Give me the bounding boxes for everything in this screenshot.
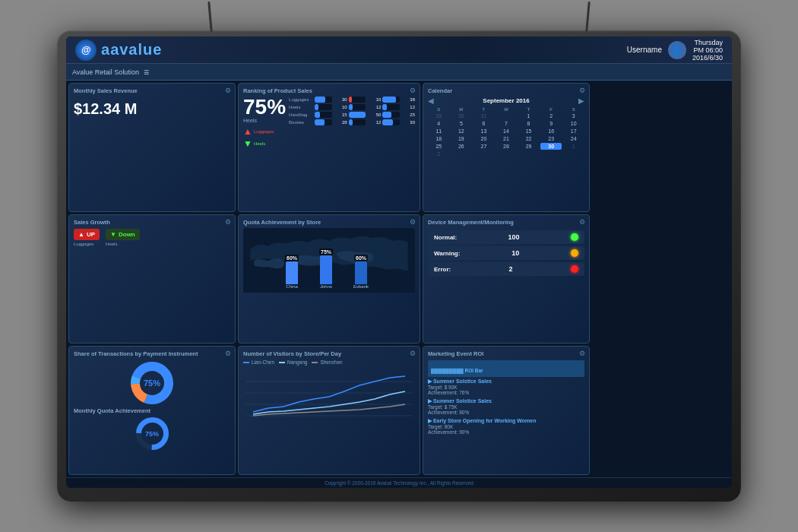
quota-store-title: Quota Achievement by Store <box>243 219 415 226</box>
roi-event-1-target: Target: $ 90K <box>428 385 584 390</box>
roi-event-1-achievement: Achievement: 76% <box>428 390 584 395</box>
widget-product-ranking: Ranking of Product Sales ⚙ 75% Heels ▲ L… <box>238 83 420 212</box>
cal-grid: S M T W T F S 29 30 31 1 2 3 4 5 6 <box>428 107 584 157</box>
widget-share-transactions: Share of Transactions by Payment Instrum… <box>68 346 236 475</box>
donut-label: 75% <box>144 378 160 388</box>
roi-event-2-target: Target: $ 75K <box>428 404 584 410</box>
screen: @ aavalue Username 👤 Thursday PM 06:00 2… <box>66 36 732 488</box>
quota-marker-china: 60% China <box>285 255 299 289</box>
device-mgmt-title: Device Management/Monitoring <box>428 219 584 226</box>
antenna-right <box>585 2 590 32</box>
marketing-roi-gear-icon[interactable]: ⚙ <box>579 350 585 357</box>
roi-event-1: ▓▓▓▓▓▓▓▓▓ ROI Bar ▶ Summer Solstice Sale… <box>428 360 584 395</box>
marketing-events: ▓▓▓▓▓▓▓▓▓ ROI Bar ▶ Summer Solstice Sale… <box>428 360 584 435</box>
visitors-gear-icon[interactable]: ⚙ <box>410 350 416 357</box>
monthly-quota-title: Monthly Quota Achievement <box>74 407 230 414</box>
world-map-area: 60% China 75% Johns 60% Evbank <box>243 228 415 293</box>
growth-indicators: ▲ UP Luggages ▼ Down Heels <box>74 229 230 246</box>
ranking-content: 75% Heels ▲ Luggages ▼ Heels <box>243 97 415 149</box>
bar-row-booties: Booties 28 12 30 <box>289 119 415 125</box>
device-mgmt-gear-icon[interactable]: ⚙ <box>579 218 585 226</box>
device-row-warning: Warning: 10 <box>428 246 584 260</box>
antenna-left <box>207 2 212 32</box>
bar-row-heels: Heels 10 12 12 <box>289 104 415 110</box>
sales-revenue-gear-icon[interactable]: ⚙ <box>225 87 231 94</box>
pie-chart-area: 75% <box>74 360 230 406</box>
sales-growth-title: Sales Growth <box>74 219 230 226</box>
cal-prev-icon[interactable]: ◀ <box>428 97 434 105</box>
cal-month: September 2016 <box>483 97 529 104</box>
sub-header: Avalue Retail Solution ≡ <box>66 64 732 81</box>
legend-shenzhen: Shenzhen <box>312 359 342 365</box>
device-row-error: Error: 2 <box>428 262 584 276</box>
marketing-roi-title: Marketing Event ROI <box>428 350 584 357</box>
widget-visitors: Number of Visitors by Store/Per Day ⚙ Li… <box>238 346 420 475</box>
growth-up-text: UP <box>87 231 95 238</box>
logo-text: aavalue <box>101 41 162 59</box>
footer: Copyright © 2000-2016 Avalue Technology … <box>66 477 732 488</box>
bar-row-luggages: Luggages 30 10 38 <box>289 97 415 103</box>
donut-chart: 75% <box>129 360 175 406</box>
share-transactions-gear-icon[interactable]: ⚙ <box>225 350 231 357</box>
widget-sales-growth: Sales Growth ⚙ ▲ UP Luggages ▼ Down <box>68 214 236 344</box>
status-dot-red <box>571 265 578 273</box>
ranking-left: 75% Heels ▲ Luggages ▼ Heels <box>243 97 286 149</box>
roi-event-1-bar: ▓▓▓▓▓▓▓▓▓ ROI Bar <box>431 368 483 373</box>
monthly-quota-section: Monthly Quota Achievement 75% <box>74 407 230 451</box>
sub-header-title: Avalue Retail Solution <box>72 68 139 76</box>
roi-event-3-achievement: Achievement: 90% <box>428 429 584 435</box>
bar-row-handbag: Handbag 15 50 25 <box>289 112 415 118</box>
cal-next-icon[interactable]: ▶ <box>578 97 584 105</box>
datetime-label: Thursday PM 06:00 2016/6/30 <box>692 39 723 62</box>
device-list: Normal: 100 Warning: 10 Error: 2 <box>428 230 584 276</box>
share-transactions-title: Share of Transactions by Payment Instrum… <box>74 350 230 357</box>
roi-event-2-name: ▶ Summer Solstice Sales <box>428 398 584 404</box>
ranking-percent: 75% <box>243 97 286 118</box>
status-dot-green <box>571 233 578 241</box>
sales-growth-gear-icon[interactable]: ⚙ <box>225 218 231 226</box>
visitors-legend: Lian-Chen Nangang Shenzhen <box>243 359 415 366</box>
sales-revenue-title: Monthly Sales Revenue <box>74 87 230 94</box>
username-label: Username <box>627 46 662 54</box>
legend-nangang: Nangang <box>279 359 307 365</box>
user-avatar[interactable]: 👤 <box>668 41 686 59</box>
growth-up-label: Luggages <box>74 242 100 246</box>
ranking-bars: Luggages 30 10 38 Heels 10 <box>289 97 415 149</box>
calendar-title: Calendar <box>428 87 584 94</box>
roi-event-1-name: ▶ Summer Solstice Sales <box>428 378 584 385</box>
ranking-down-label: Heels <box>254 141 265 146</box>
growth-down-box: ▼ Down Heels <box>106 229 140 246</box>
top-bar-right: Username 👤 Thursday PM 06:00 2016/6/30 <box>627 39 723 62</box>
main-grid: Monthly Sales Revenue ⚙ $12.34 M Ranking… <box>66 81 732 477</box>
roi-event-2: ▶ Summer Solstice Sales Target: $ 75K Ac… <box>428 398 584 415</box>
roi-event-3-name: ▶ Early Store Opening for Working Women <box>428 418 584 424</box>
monthly-quota-value: 75% <box>145 430 159 438</box>
footer-text: Copyright © 2000-2016 Avalue Technology … <box>325 480 473 486</box>
growth-up-box: ▲ UP Luggages <box>74 229 100 246</box>
visitors-line-chart <box>243 370 415 423</box>
quota-store-gear-icon[interactable]: ⚙ <box>410 218 416 226</box>
growth-down-text: Down <box>119 231 135 238</box>
logo-icon: @ <box>75 40 97 61</box>
product-ranking-gear-icon[interactable]: ⚙ <box>410 87 416 94</box>
monthly-quota-chart: 75% <box>74 416 230 451</box>
hamburger-menu-icon[interactable]: ≡ <box>144 67 149 78</box>
calendar-gear-icon[interactable]: ⚙ <box>579 87 585 94</box>
ranking-sub: Heels <box>243 118 286 123</box>
widget-sales-revenue: Monthly Sales Revenue ⚙ $12.34 M <box>68 83 236 212</box>
roi-event-3-target: Target: 60K <box>428 424 584 429</box>
widget-device-mgmt: Device Management/Monitoring ⚙ Normal: 1… <box>423 214 590 344</box>
monthly-quota-donut: 75% <box>135 416 169 451</box>
widget-quota-store: Quota Achievement by Store ⚙ 60% China <box>238 214 420 344</box>
roi-event-3: ▶ Early Store Opening for Working Women … <box>428 418 584 435</box>
growth-down-label: Heels <box>106 242 140 246</box>
legend-lian-chen: Lian-Chen <box>243 359 274 365</box>
status-dot-yellow <box>571 249 578 257</box>
widget-marketing-roi: Marketing Event ROI ⚙ ▓▓▓▓▓▓▓▓▓ ROI Bar … <box>423 346 590 475</box>
cal-header: ◀ September 2016 ▶ <box>428 97 584 105</box>
top-bar: @ aavalue Username 👤 Thursday PM 06:00 2… <box>66 36 732 64</box>
roi-event-2-achievement: Achievement: 80% <box>428 410 584 415</box>
widget-calendar: Calendar ⚙ ◀ September 2016 ▶ S M T W T … <box>423 83 590 212</box>
quota-marker-evbank: 60% Evbank <box>353 255 369 289</box>
visitors-title: Number of Visitors by Store/Per Day <box>243 350 415 357</box>
